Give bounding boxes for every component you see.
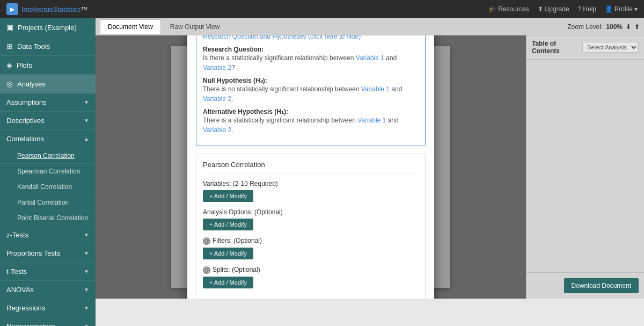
logo-text-suffix: Statistics [53, 5, 81, 13]
research-question-section: Research Question and Hypotheses (click … [196, 35, 426, 146]
help-link[interactable]: ? Help [578, 5, 596, 13]
sidebar: ▣ Projects (Example) ⊞ Data Tools ◈ Plot… [0, 18, 96, 326]
content-area: Document View Raw Output View Zoom Level… [96, 18, 644, 326]
sidebar-item-plots[interactable]: ◈ Plots [0, 56, 96, 75]
table-of-contents-title: Table of Contents [532, 40, 582, 55]
sidebar-item-partial[interactable]: Partial Correlation [0, 195, 96, 211]
correlations-label: Correlations [6, 135, 44, 143]
splits-add-modify-button[interactable]: + Add / Modify [203, 277, 253, 288]
analysis-select[interactable]: Select Analysis [582, 42, 639, 53]
alt-hypothesis-block: Alternative Hypothesis (H₁): There is a … [203, 108, 419, 135]
sidebar-item-projects[interactable]: ▣ Projects (Example) [0, 18, 96, 37]
topbar-right: 🎓 Resources ⬆ Upgrade ? Help 👤 Profile ▾ [488, 5, 638, 13]
filters-label: ⓘFilters: (Optional) [203, 237, 419, 245]
splits-label: ⓘSplits: (Optional) [203, 266, 419, 274]
download-document-button[interactable]: Download Document [564, 278, 639, 293]
main-layout: ▣ Projects (Example) ⊞ Data Tools ◈ Plot… [0, 18, 644, 326]
projects-icon: ▣ [6, 23, 13, 32]
profile-link[interactable]: 👤 Profile ▾ [605, 5, 638, 13]
analysis-options-add-modify-button[interactable]: + Add / Modify [203, 219, 253, 230]
zoom-label: Zoom Level: [567, 23, 603, 31]
zoom-decrease[interactable]: ⬇ [626, 23, 631, 31]
sidebar-item-point-biserial[interactable]: Point Biserial Correlation [0, 211, 96, 226]
sidebar-item-projects-label: Projects (Example) [18, 24, 77, 32]
variables-label: Variables: (2-10 Required) [203, 180, 419, 187]
sidebar-item-pearson[interactable]: Pearson Correlation [0, 148, 96, 164]
sidebar-item-data-tools-label: Data Tools [17, 42, 50, 50]
alt-hypothesis-text: There is a statistically significant rel… [203, 115, 419, 135]
logo-text-prefix: Intellectus [21, 5, 53, 13]
filters-add-modify-button[interactable]: + Add / Modify [203, 248, 253, 259]
splits-row: ⓘSplits: (Optional) + Add / Modify [203, 266, 419, 288]
z-tests-chevron: ▼ [84, 232, 89, 238]
sidebar-item-data-tools[interactable]: ⊞ Data Tools [0, 37, 96, 56]
zoom-bar: Zoom Level: 100% ⬇ ⬆ [567, 23, 640, 31]
logo-icon: ▶ [6, 3, 18, 15]
modal-body: Research Question and Hypotheses (click … [187, 35, 434, 299]
modal-overlay: Pearson Correlation × Research Question … [96, 35, 526, 299]
proportions-chevron: ▼ [84, 250, 89, 256]
filters-row: ⓘFilters: (Optional) + Add / Modify [203, 237, 419, 259]
data-tools-icon: ⊞ [6, 42, 13, 50]
assumptions-chevron: ▼ [84, 99, 89, 105]
sidebar-item-kendall[interactable]: Kendall Correlation [0, 179, 96, 195]
sidebar-item-analyses[interactable]: ◎ Analyses [0, 75, 96, 93]
t-tests-chevron: ▼ [84, 269, 89, 274]
point-biserial-label: Point Biserial Correlation [17, 214, 88, 222]
descriptives-chevron: ▼ [84, 118, 89, 124]
bottom-bar: Download Document [526, 272, 644, 299]
null-hypothesis-label: Null Hypothesis (H₀): [203, 77, 419, 84]
variables-row: Variables: (2-10 Required) + Add / Modif… [203, 180, 419, 202]
assumptions-label: Assumptions [6, 98, 46, 106]
tab-document-view[interactable]: Document View [100, 19, 161, 34]
sidebar-item-t-tests[interactable]: t-Tests ▼ [0, 263, 96, 281]
pearson-options-section: Pearson Correlation Variables: (2-10 Req… [196, 154, 426, 299]
sidebar-item-analyses-label: Analyses [17, 80, 46, 88]
analyses-icon: ◎ [6, 79, 13, 88]
document-area: Pearson Correlation × Research Question … [96, 35, 526, 299]
sidebar-item-spearman[interactable]: Spearman Correlation [0, 164, 96, 179]
sidebar-item-proportions-tests[interactable]: Proportions Tests ▼ [0, 244, 96, 263]
partial-label: Partial Correlation [17, 199, 69, 206]
regressions-chevron: ▼ [84, 305, 89, 311]
proportions-tests-label: Proportions Tests [6, 249, 60, 257]
correlations-chevron: ▲ [84, 136, 89, 142]
resources-link[interactable]: 🎓 Resources [488, 5, 529, 13]
app-logo: ▶ IntellectusStatistics™ [6, 3, 88, 15]
sidebar-item-plots-label: Plots [17, 61, 32, 69]
research-question-label: Research Question: [203, 46, 419, 53]
t-tests-label: t-Tests [6, 267, 27, 276]
topbar-left: ▶ IntellectusStatistics™ [6, 3, 88, 15]
descriptives-label: Descriptives [6, 117, 45, 125]
zoom-increase[interactable]: ⬆ [634, 23, 640, 31]
analysis-options-row: Analysis Options: (Optional) + Add / Mod… [203, 208, 419, 230]
sidebar-item-descriptives[interactable]: Descriptives ▼ [0, 112, 96, 130]
sidebar-item-nonparametrics[interactable]: Nonparametrics ▼ [0, 317, 96, 326]
variables-add-modify-button[interactable]: + Add / Modify [203, 190, 253, 202]
pearson-correlation-modal: Pearson Correlation × Research Question … [187, 35, 434, 299]
content-wrapper: Pearson Correlation × Research Question … [96, 35, 644, 299]
kendall-label: Kendall Correlation [17, 183, 72, 191]
research-question-text: Is there a statistically significant rel… [203, 53, 419, 73]
regressions-label: Regressions [6, 304, 45, 312]
pearson-section-title: Pearson Correlation [203, 161, 419, 173]
topbar: ▶ IntellectusStatistics™ 🎓 Resources ⬆ U… [0, 0, 644, 18]
tab-raw-output-view[interactable]: Raw Output View [162, 19, 228, 34]
filters-info-icon[interactable]: ⓘ [203, 237, 210, 245]
upgrade-link[interactable]: ⬆ Upgrade [538, 5, 569, 13]
nonparametrics-label: Nonparametrics [6, 322, 56, 326]
z-tests-label: z-Tests [6, 231, 28, 239]
null-hypothesis-text: There is no statistically significant re… [203, 84, 419, 104]
research-question-block: Research Question: Is there a statistica… [203, 46, 419, 73]
pearson-label: Pearson Correlation [17, 152, 75, 160]
analysis-options-label: Analysis Options: (Optional) [203, 208, 419, 216]
logo-text: IntellectusStatistics™ [21, 5, 88, 13]
sidebar-item-correlations[interactable]: Correlations ▲ [0, 130, 96, 148]
sidebar-item-assumptions[interactable]: Assumptions ▼ [0, 93, 96, 112]
spearman-label: Spearman Correlation [17, 168, 80, 175]
sidebar-item-z-tests[interactable]: z-Tests ▼ [0, 226, 96, 244]
sidebar-item-regressions[interactable]: Regressions ▼ [0, 299, 96, 317]
splits-info-icon[interactable]: ⓘ [203, 266, 210, 274]
sidebar-item-anovas[interactable]: ANOVAs ▼ [0, 281, 96, 299]
rq-toggle[interactable]: Research Question and Hypotheses (click … [203, 35, 419, 40]
